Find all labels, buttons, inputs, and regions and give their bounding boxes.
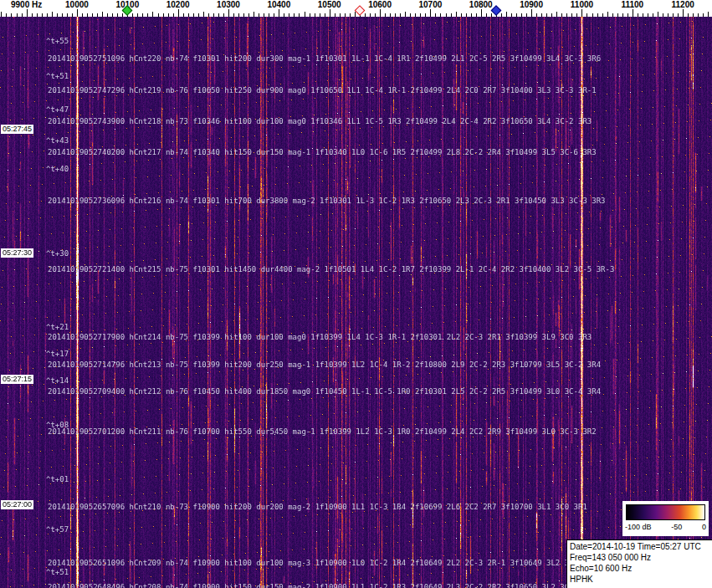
colorbar: -100 dB -50 0 — [622, 501, 709, 536]
ruler-tick — [491, 13, 492, 17]
ruler-tick — [446, 13, 447, 17]
ruler-tick — [335, 13, 336, 17]
colorbar-label-max: 0 — [702, 523, 706, 531]
event-time-marker: ^t+01 — [46, 475, 69, 483]
event-log-line: 20141019052751096 hCnt220 nb-74 f10301 h… — [48, 54, 601, 63]
ruler-tick — [82, 13, 83, 17]
ruler-tick — [587, 13, 587, 17]
ruler-label: 11200 — [672, 0, 694, 9]
ruler-tick — [330, 9, 330, 17]
event-time-marker: ^t+40 — [46, 165, 69, 173]
event-log-line: 20141019052747296 hCnt219 nb-76 f10650 h… — [48, 86, 597, 95]
ruler-tick — [648, 13, 648, 17]
ruler-tick — [142, 13, 143, 17]
ruler-tick — [97, 13, 98, 17]
ruler-tick — [305, 12, 305, 17]
event-time-marker: ^t+57 — [46, 525, 69, 534]
ruler-tick — [581, 9, 582, 17]
ruler-tick — [243, 13, 244, 17]
time-axis-label: 05:27:45 — [1, 125, 33, 134]
ruler-tick — [325, 13, 325, 17]
ruler-tick — [223, 13, 224, 17]
ruler-tick — [102, 12, 103, 17]
ruler-tick — [264, 13, 264, 17]
ruler-tick — [11, 13, 12, 17]
info-box: Date=2014-10-19 Time=05:27 UTC Freq=143 … — [566, 539, 712, 588]
ruler-tick — [380, 9, 381, 17]
ruler-tick — [592, 13, 593, 17]
ruler-tick — [117, 13, 118, 17]
ruler-tick — [340, 13, 341, 17]
ruler-tick — [32, 13, 33, 17]
event-log-line: 20141019052717900 hCnt214 nb-75 f10399 h… — [48, 333, 592, 341]
ruler-tick — [132, 13, 133, 17]
event-time-marker: ^t+21 — [46, 323, 69, 331]
ruler-tick — [617, 13, 618, 17]
ruler-tick — [152, 12, 153, 17]
ruler-tick — [511, 13, 512, 17]
ruler-tick — [67, 13, 68, 17]
ruler-tick — [27, 9, 28, 17]
info-line-date: Date=2014-10-19 Time=05:27 UTC — [570, 541, 712, 552]
ruler-label: 10400 — [267, 0, 290, 9]
ruler-label: 10700 — [418, 0, 442, 9]
ruler-tick — [576, 13, 577, 17]
ruler-tick — [501, 13, 502, 17]
ruler-tick — [193, 13, 194, 17]
red-diamond-icon — [355, 5, 366, 16]
ruler-tick — [451, 13, 452, 17]
ruler-tick — [683, 9, 684, 17]
event-time-marker: ^t+30 — [46, 249, 69, 258]
ruler-tick — [259, 13, 259, 17]
ruler-tick — [315, 13, 315, 17]
ruler-tick — [481, 9, 482, 17]
ruler-tick — [183, 13, 184, 17]
ruler-tick — [653, 13, 653, 17]
ruler-tick — [663, 13, 663, 17]
event-time-marker: ^t+14 — [46, 376, 69, 385]
ruler-tick — [52, 12, 53, 17]
ruler-tick — [228, 9, 229, 17]
ruler-tick — [188, 13, 189, 17]
ruler-label: 10600 — [368, 0, 392, 9]
ruler-tick — [607, 12, 608, 17]
time-axis-label: 05:27:30 — [1, 248, 33, 258]
ruler-tick — [122, 13, 123, 17]
ruler-tick — [112, 13, 113, 17]
ruler-tick — [254, 12, 254, 17]
ruler-tick — [435, 13, 436, 17]
ruler-tick — [248, 13, 249, 17]
ruler-tick — [536, 13, 537, 17]
ruler-tick — [602, 13, 603, 17]
ruler-tick — [355, 12, 356, 17]
event-log-line: 20141019052743900 hCnt218 nb-73 f10346 h… — [48, 117, 592, 125]
spectrogram-screen: 9900 Hz100001010010200103001040010500106… — [0, 0, 712, 588]
ruler-tick — [430, 9, 431, 17]
ruler-tick — [17, 13, 18, 17]
ruler-label: 10200 — [166, 0, 190, 9]
event-time-marker: ^t+51 — [46, 72, 69, 80]
ruler-tick — [6, 13, 7, 17]
event-log-line: 20141019052721400 hCnt215 nb-75 f10301 h… — [48, 265, 614, 274]
ruler-tick — [213, 13, 214, 17]
ruler-tick — [506, 12, 507, 17]
ruler-label: 10500 — [318, 0, 341, 9]
ruler-tick — [107, 13, 108, 17]
ruler-tick — [566, 13, 567, 17]
ruler-tick — [476, 13, 477, 17]
colorbar-label-min: -100 dB — [625, 523, 652, 531]
ruler-tick — [400, 13, 401, 17]
ruler-tick — [385, 13, 386, 17]
event-log-line: 20141019052740200 hCnt217 nb-74 f10340 h… — [48, 148, 597, 156]
ruler-tick — [370, 13, 371, 17]
ruler-tick — [486, 13, 487, 17]
event-time-marker: ^t+47 — [46, 105, 69, 114]
ruler-tick — [233, 13, 234, 17]
ruler-tick — [274, 13, 274, 17]
ruler-tick — [77, 9, 78, 17]
ruler-tick — [556, 12, 557, 17]
ruler-tick — [693, 13, 694, 17]
ruler-tick — [658, 12, 658, 17]
ruler-tick — [622, 13, 623, 17]
ruler-tick — [466, 13, 467, 17]
